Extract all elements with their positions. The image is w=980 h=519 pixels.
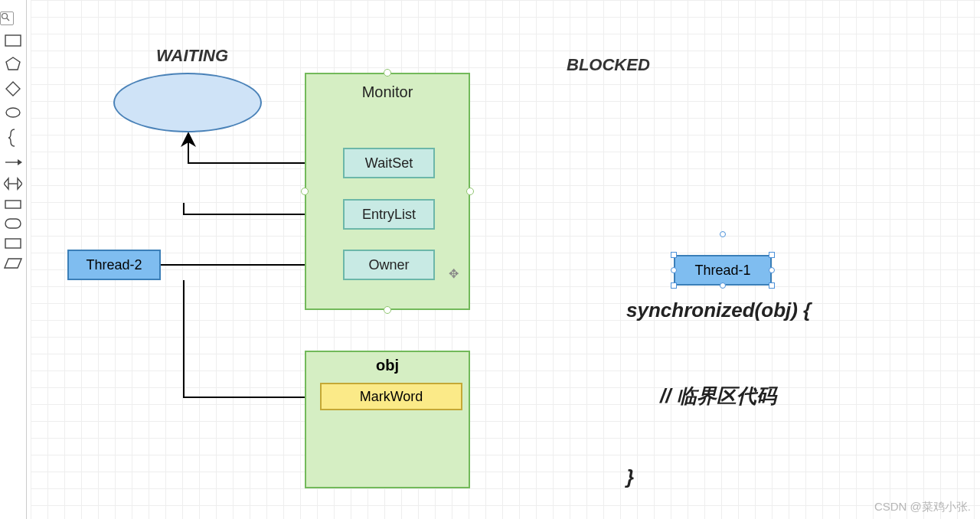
brace-shape-icon[interactable] (8, 128, 18, 148)
svg-point-0 (2, 14, 8, 19)
owner-label: Owner (368, 257, 409, 273)
arrow-both-icon[interactable] (4, 177, 22, 191)
resize-handle-e[interactable] (769, 267, 775, 273)
waitset-box[interactable]: WaitSet (343, 148, 435, 178)
rect-icon[interactable] (5, 238, 21, 249)
code-comment-text: // 临界区代码 (660, 383, 776, 410)
obj-container[interactable]: obj (305, 351, 470, 488)
svg-rect-13 (5, 239, 21, 248)
blocked-label: BLOCKED (567, 55, 650, 75)
svg-point-5 (6, 108, 20, 117)
diagram-canvas[interactable]: WAITING BLOCKED Monitor WaitSet EntryLis… (31, 0, 980, 519)
code-sync-text: synchronized(obj) { (626, 299, 811, 322)
svg-marker-8 (4, 178, 8, 189)
ellipse-shape-icon[interactable] (5, 106, 21, 119)
code-close-text: } (626, 465, 634, 489)
svg-marker-3 (6, 57, 20, 70)
thread2-label: Thread-2 (86, 257, 142, 273)
thread2-box[interactable]: Thread-2 (67, 250, 161, 280)
watermark: CSDN @菜鸡小张. (874, 500, 971, 514)
connector-dot[interactable] (384, 306, 391, 314)
markword-label: MarkWord (360, 389, 423, 405)
arrow-right-icon[interactable] (4, 157, 22, 168)
resize-handle-se[interactable] (769, 282, 775, 289)
rounded-rect-icon[interactable] (5, 218, 21, 229)
svg-marker-14 (5, 259, 21, 268)
parallelogram-icon[interactable] (4, 258, 22, 269)
pentagon-shape-icon[interactable] (5, 56, 21, 71)
rotate-handle[interactable] (720, 231, 726, 237)
svg-marker-9 (18, 178, 22, 189)
connector-dot[interactable] (301, 188, 309, 195)
svg-line-1 (7, 18, 9, 21)
svg-marker-4 (6, 82, 20, 96)
svg-marker-7 (18, 159, 22, 165)
shape-palette[interactable] (0, 0, 27, 519)
search-input[interactable] (0, 11, 14, 25)
owner-box[interactable]: Owner (343, 250, 435, 280)
obj-title: obj (306, 357, 469, 374)
resize-handle-w[interactable] (671, 267, 677, 273)
svg-rect-11 (5, 201, 21, 208)
rect-wide-icon[interactable] (5, 200, 21, 209)
connector-dot[interactable] (466, 188, 474, 195)
connector-dot[interactable] (384, 69, 391, 77)
resize-handle-sw[interactable] (671, 282, 677, 289)
monitor-title: Monitor (306, 83, 469, 101)
rhombus-shape-icon[interactable] (5, 80, 21, 97)
entrylist-label: EntryList (362, 207, 416, 223)
waiting-ellipse[interactable] (113, 73, 262, 132)
resize-handle-s[interactable] (720, 282, 726, 289)
resize-handle-ne[interactable] (769, 252, 775, 258)
svg-rect-2 (5, 35, 21, 46)
resize-handle-nw[interactable] (671, 252, 677, 258)
markword-box[interactable]: MarkWord (320, 383, 462, 410)
waitset-label: WaitSet (365, 155, 413, 171)
svg-rect-12 (5, 219, 21, 228)
rect-shape-icon[interactable] (5, 34, 21, 47)
thread1-box[interactable]: Thread-1 (674, 255, 772, 286)
waiting-label: WAITING (156, 46, 228, 66)
entrylist-box[interactable]: EntryList (343, 199, 435, 230)
thread1-label: Thread-1 (694, 263, 750, 279)
move-cursor-icon: ✥ (449, 266, 459, 281)
